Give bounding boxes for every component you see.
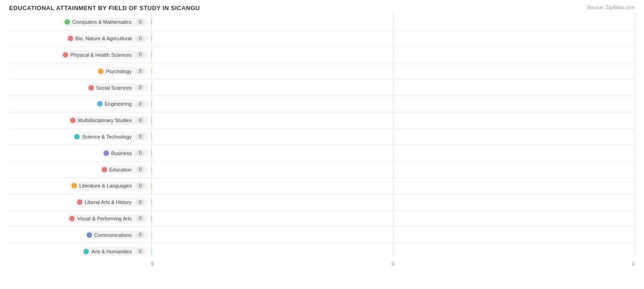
dot-icon bbox=[68, 36, 73, 41]
label-area: Literature & Languages0 bbox=[9, 182, 151, 190]
bar bbox=[151, 101, 152, 107]
bar-row: Communications0 bbox=[9, 227, 635, 243]
bar-row: Literature & Languages0 bbox=[9, 178, 635, 194]
bar bbox=[151, 134, 152, 140]
label-pill: Physical & Health Sciences0 bbox=[61, 50, 148, 59]
dot-icon bbox=[87, 232, 92, 238]
bar-label: Engineering bbox=[105, 101, 132, 107]
label-pill: Psychology0 bbox=[96, 67, 148, 75]
bar-label: Education bbox=[109, 167, 132, 172]
bar-label: Science & Technology bbox=[82, 134, 131, 139]
label-area: Business0 bbox=[9, 149, 151, 157]
bar-area bbox=[151, 228, 635, 242]
bar-label: Bio, Nature & Agricultural bbox=[76, 36, 132, 41]
bar-row: Liberal Arts & History0 bbox=[9, 194, 635, 211]
dot-icon bbox=[74, 134, 80, 139]
label-area: Education0 bbox=[9, 165, 151, 174]
label-area: Science & Technology0 bbox=[9, 132, 151, 141]
x-axis: 000 bbox=[151, 259, 635, 267]
label-area: Social Sciences0 bbox=[9, 83, 151, 92]
label-pill: Computers & Mathematics0 bbox=[63, 18, 148, 27]
bar bbox=[151, 248, 152, 255]
label-area: Computers & Mathematics0 bbox=[9, 18, 151, 27]
bar-row: Science & Technology0 bbox=[9, 129, 635, 145]
label-pill: Social Sciences0 bbox=[87, 83, 148, 92]
label-area: Liberal Arts & History0 bbox=[9, 198, 151, 207]
bar-row: Visual & Performing Arts0 bbox=[9, 211, 635, 227]
bar-value: 0 bbox=[136, 118, 145, 123]
dot-icon bbox=[65, 19, 70, 25]
x-axis-label: 0 bbox=[474, 261, 635, 267]
label-area: Communications0 bbox=[9, 230, 151, 239]
bar-row: Psychology0 bbox=[9, 63, 635, 80]
bar-value: 0 bbox=[136, 183, 145, 189]
bar-value: 0 bbox=[136, 215, 145, 221]
chart-container: EDUCATIONAL ATTAINMENT BY FIELD OF STUDY… bbox=[0, 0, 644, 289]
bar bbox=[151, 166, 152, 173]
label-area: Psychology0 bbox=[9, 67, 151, 75]
bar-row: Multidisciplinary Studies0 bbox=[9, 112, 635, 129]
bar-row: Bio, Nature & Agricultural0 bbox=[9, 31, 635, 47]
bar-label: Arts & Humanities bbox=[91, 249, 131, 254]
bar-area bbox=[151, 48, 635, 62]
bar bbox=[151, 199, 152, 205]
label-area: Physical & Health Sciences0 bbox=[9, 50, 151, 59]
bar-row: Computers & Mathematics0 bbox=[9, 14, 635, 31]
label-pill: Arts & Humanities0 bbox=[82, 247, 148, 256]
label-pill: Bio, Nature & Agricultural0 bbox=[66, 34, 148, 43]
bar-value: 0 bbox=[136, 36, 145, 42]
bar-label: Business bbox=[111, 150, 132, 156]
dot-icon bbox=[77, 199, 82, 205]
bar-label: Literature & Languages bbox=[79, 183, 131, 188]
chart-title: EDUCATIONAL ATTAINMENT BY FIELD OF STUDY… bbox=[9, 5, 635, 11]
label-pill: Engineering0 bbox=[95, 100, 148, 108]
bar bbox=[151, 117, 152, 123]
bar-area bbox=[151, 162, 635, 177]
dot-icon bbox=[98, 69, 104, 74]
bar-value: 0 bbox=[136, 19, 145, 25]
bar-label: Liberal Arts & History bbox=[85, 199, 132, 205]
source-text: Source: ZipAtlas.com bbox=[587, 5, 635, 10]
rows-container: Computers & Mathematics0Bio, Nature & Ag… bbox=[9, 14, 635, 259]
bar-value: 0 bbox=[136, 68, 145, 74]
bar-value: 0 bbox=[136, 199, 145, 205]
dot-icon bbox=[104, 150, 109, 156]
label-area: Visual & Performing Arts0 bbox=[9, 214, 151, 223]
bar-area bbox=[151, 212, 635, 226]
bar bbox=[151, 85, 152, 91]
bar bbox=[151, 150, 152, 156]
bar-label: Social Sciences bbox=[96, 85, 132, 91]
bar-area bbox=[151, 97, 635, 111]
label-area: Bio, Nature & Agricultural0 bbox=[9, 34, 151, 43]
dot-icon bbox=[97, 101, 103, 107]
label-pill: Communications0 bbox=[85, 230, 148, 239]
x-axis-label: 0 bbox=[312, 261, 474, 267]
bar-value: 0 bbox=[136, 232, 145, 238]
bar-value: 0 bbox=[136, 101, 145, 107]
bar-area bbox=[151, 80, 635, 95]
bar-area bbox=[151, 32, 635, 46]
bar-area bbox=[151, 64, 635, 78]
bar-row: Business0 bbox=[9, 145, 635, 161]
bar-area bbox=[151, 244, 635, 258]
bar-row: Education0 bbox=[9, 161, 635, 178]
dot-icon bbox=[63, 52, 68, 58]
bar-label: Multidisciplinary Studies bbox=[78, 118, 131, 123]
bar bbox=[151, 68, 152, 75]
bar bbox=[151, 35, 152, 42]
bar-value: 0 bbox=[136, 85, 145, 91]
bar bbox=[151, 182, 152, 189]
label-pill: Liberal Arts & History0 bbox=[75, 198, 148, 207]
dot-icon bbox=[69, 216, 75, 221]
label-pill: Science & Technology0 bbox=[72, 132, 148, 141]
dot-icon bbox=[70, 118, 76, 123]
bar-label: Physical & Health Sciences bbox=[71, 52, 132, 58]
bar-value: 0 bbox=[136, 52, 145, 58]
bar-row: Arts & Humanities0 bbox=[9, 243, 635, 259]
bar-label: Visual & Performing Arts bbox=[77, 216, 131, 221]
bar-area bbox=[151, 130, 635, 144]
label-pill: Visual & Performing Arts0 bbox=[67, 214, 148, 223]
chart-area: Computers & Mathematics0Bio, Nature & Ag… bbox=[9, 14, 635, 267]
dot-icon bbox=[83, 249, 89, 254]
dot-icon bbox=[102, 167, 107, 172]
